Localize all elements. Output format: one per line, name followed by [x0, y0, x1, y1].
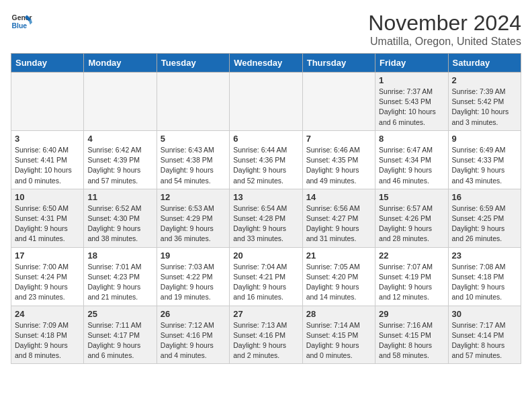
day-number: 19	[161, 250, 226, 261]
calendar-cell: 25Sunrise: 7:11 AM Sunset: 4:17 PM Dayli…	[84, 306, 157, 364]
day-info: Sunrise: 7:12 AM Sunset: 4:16 PM Dayligh…	[161, 320, 226, 361]
day-number: 30	[452, 309, 517, 319]
col-thursday: Thursday	[302, 54, 375, 73]
calendar-cell	[84, 73, 157, 131]
calendar-cell: 22Sunrise: 7:07 AM Sunset: 4:19 PM Dayli…	[375, 247, 448, 306]
day-number: 8	[379, 134, 444, 144]
day-info: Sunrise: 7:05 AM Sunset: 4:20 PM Dayligh…	[306, 262, 371, 303]
calendar-cell: 15Sunrise: 6:57 AM Sunset: 4:26 PM Dayli…	[375, 189, 448, 247]
calendar-cell: 13Sunrise: 6:54 AM Sunset: 4:28 PM Dayli…	[230, 189, 302, 247]
calendar-cell	[230, 73, 302, 131]
calendar-cell	[157, 73, 229, 131]
col-saturday: Saturday	[448, 54, 521, 73]
calendar-cell: 7Sunrise: 6:46 AM Sunset: 4:35 PM Daylig…	[302, 130, 375, 189]
day-info: Sunrise: 6:57 AM Sunset: 4:26 PM Dayligh…	[379, 203, 444, 244]
day-info: Sunrise: 6:53 AM Sunset: 4:29 PM Dayligh…	[161, 203, 226, 244]
calendar-cell: 29Sunrise: 7:16 AM Sunset: 4:15 PM Dayli…	[375, 306, 448, 364]
calendar-week-2: 10Sunrise: 6:50 AM Sunset: 4:31 PM Dayli…	[11, 189, 521, 247]
calendar-cell: 24Sunrise: 7:09 AM Sunset: 4:18 PM Dayli…	[11, 306, 84, 364]
header-row: Sunday Monday Tuesday Wednesday Thursday…	[11, 54, 521, 73]
day-info: Sunrise: 6:54 AM Sunset: 4:28 PM Dayligh…	[233, 203, 298, 244]
calendar-cell: 4Sunrise: 6:42 AM Sunset: 4:39 PM Daylig…	[84, 130, 157, 189]
day-info: Sunrise: 7:39 AM Sunset: 5:42 PM Dayligh…	[452, 87, 517, 128]
day-number: 24	[15, 309, 80, 319]
calendar-cell	[302, 73, 375, 131]
day-info: Sunrise: 6:43 AM Sunset: 4:38 PM Dayligh…	[161, 145, 226, 186]
col-tuesday: Tuesday	[157, 54, 229, 73]
day-number: 11	[87, 192, 152, 202]
day-number: 1	[379, 75, 444, 85]
calendar-cell: 19Sunrise: 7:03 AM Sunset: 4:22 PM Dayli…	[157, 247, 229, 306]
calendar-cell: 1Sunrise: 7:37 AM Sunset: 5:43 PM Daylig…	[375, 73, 448, 131]
day-number: 2	[452, 75, 517, 85]
day-info: Sunrise: 7:14 AM Sunset: 4:15 PM Dayligh…	[306, 320, 371, 361]
calendar-cell: 9Sunrise: 6:49 AM Sunset: 4:33 PM Daylig…	[448, 130, 521, 189]
day-number: 14	[306, 192, 371, 202]
day-info: Sunrise: 7:11 AM Sunset: 4:17 PM Dayligh…	[87, 320, 152, 361]
day-info: Sunrise: 7:16 AM Sunset: 4:15 PM Dayligh…	[379, 320, 444, 361]
day-info: Sunrise: 6:47 AM Sunset: 4:34 PM Dayligh…	[379, 145, 444, 186]
day-info: Sunrise: 6:56 AM Sunset: 4:27 PM Dayligh…	[306, 203, 371, 244]
day-number: 27	[233, 309, 298, 319]
day-info: Sunrise: 6:49 AM Sunset: 4:33 PM Dayligh…	[452, 145, 517, 186]
calendar-cell: 28Sunrise: 7:14 AM Sunset: 4:15 PM Dayli…	[302, 306, 375, 364]
day-info: Sunrise: 6:42 AM Sunset: 4:39 PM Dayligh…	[87, 145, 152, 186]
day-info: Sunrise: 6:52 AM Sunset: 4:30 PM Dayligh…	[87, 203, 152, 244]
day-number: 20	[233, 250, 298, 261]
day-info: Sunrise: 6:46 AM Sunset: 4:35 PM Dayligh…	[306, 145, 371, 186]
day-info: Sunrise: 7:09 AM Sunset: 4:18 PM Dayligh…	[15, 320, 80, 361]
calendar-week-4: 24Sunrise: 7:09 AM Sunset: 4:18 PM Dayli…	[11, 306, 521, 364]
day-number: 28	[306, 309, 371, 319]
calendar-cell: 10Sunrise: 6:50 AM Sunset: 4:31 PM Dayli…	[11, 189, 84, 247]
day-number: 10	[15, 192, 80, 202]
calendar-week-0: 1Sunrise: 7:37 AM Sunset: 5:43 PM Daylig…	[11, 73, 521, 131]
day-info: Sunrise: 7:03 AM Sunset: 4:22 PM Dayligh…	[161, 262, 226, 303]
day-number: 18	[87, 250, 152, 261]
day-number: 12	[161, 192, 226, 202]
page-header: General Blue November 2024 Umatilla, Ore…	[11, 11, 521, 48]
day-number: 26	[161, 309, 226, 319]
day-number: 29	[379, 309, 444, 319]
day-info: Sunrise: 6:44 AM Sunset: 4:36 PM Dayligh…	[233, 145, 298, 186]
logo: General Blue	[11, 11, 32, 32]
day-number: 15	[379, 192, 444, 202]
day-number: 21	[306, 250, 371, 261]
col-monday: Monday	[84, 54, 157, 73]
col-friday: Friday	[375, 54, 448, 73]
logo-icon: General Blue	[11, 11, 32, 32]
calendar-cell: 5Sunrise: 6:43 AM Sunset: 4:38 PM Daylig…	[157, 130, 229, 189]
day-info: Sunrise: 6:40 AM Sunset: 4:41 PM Dayligh…	[15, 145, 80, 186]
day-number: 9	[452, 134, 517, 144]
col-wednesday: Wednesday	[230, 54, 302, 73]
calendar-cell: 17Sunrise: 7:00 AM Sunset: 4:24 PM Dayli…	[11, 247, 84, 306]
day-number: 7	[306, 134, 371, 144]
location-title: Umatilla, Oregon, United States	[368, 36, 521, 48]
calendar-cell: 18Sunrise: 7:01 AM Sunset: 4:23 PM Dayli…	[84, 247, 157, 306]
day-info: Sunrise: 7:01 AM Sunset: 4:23 PM Dayligh…	[87, 262, 152, 303]
calendar-week-3: 17Sunrise: 7:00 AM Sunset: 4:24 PM Dayli…	[11, 247, 521, 306]
calendar-cell: 11Sunrise: 6:52 AM Sunset: 4:30 PM Dayli…	[84, 189, 157, 247]
calendar-table: Sunday Monday Tuesday Wednesday Thursday…	[11, 53, 521, 364]
day-info: Sunrise: 7:04 AM Sunset: 4:21 PM Dayligh…	[233, 262, 298, 303]
day-info: Sunrise: 7:08 AM Sunset: 4:18 PM Dayligh…	[452, 262, 517, 303]
day-number: 5	[161, 134, 226, 144]
day-info: Sunrise: 7:17 AM Sunset: 4:14 PM Dayligh…	[452, 320, 517, 361]
day-number: 22	[379, 250, 444, 261]
day-number: 6	[233, 134, 298, 144]
title-area: November 2024 Umatilla, Oregon, United S…	[368, 11, 521, 48]
month-title: November 2024	[368, 11, 521, 36]
calendar-cell	[11, 73, 84, 131]
day-number: 16	[452, 192, 517, 202]
calendar-week-1: 3Sunrise: 6:40 AM Sunset: 4:41 PM Daylig…	[11, 130, 521, 189]
day-number: 13	[233, 192, 298, 202]
day-info: Sunrise: 6:59 AM Sunset: 4:25 PM Dayligh…	[452, 203, 517, 244]
calendar-cell: 3Sunrise: 6:40 AM Sunset: 4:41 PM Daylig…	[11, 130, 84, 189]
day-number: 25	[87, 309, 152, 319]
day-info: Sunrise: 7:00 AM Sunset: 4:24 PM Dayligh…	[15, 262, 80, 303]
calendar-cell: 26Sunrise: 7:12 AM Sunset: 4:16 PM Dayli…	[157, 306, 229, 364]
day-info: Sunrise: 7:13 AM Sunset: 4:16 PM Dayligh…	[233, 320, 298, 361]
day-number: 4	[87, 134, 152, 144]
calendar-cell: 23Sunrise: 7:08 AM Sunset: 4:18 PM Dayli…	[448, 247, 521, 306]
calendar-cell: 21Sunrise: 7:05 AM Sunset: 4:20 PM Dayli…	[302, 247, 375, 306]
day-info: Sunrise: 7:37 AM Sunset: 5:43 PM Dayligh…	[379, 87, 444, 128]
